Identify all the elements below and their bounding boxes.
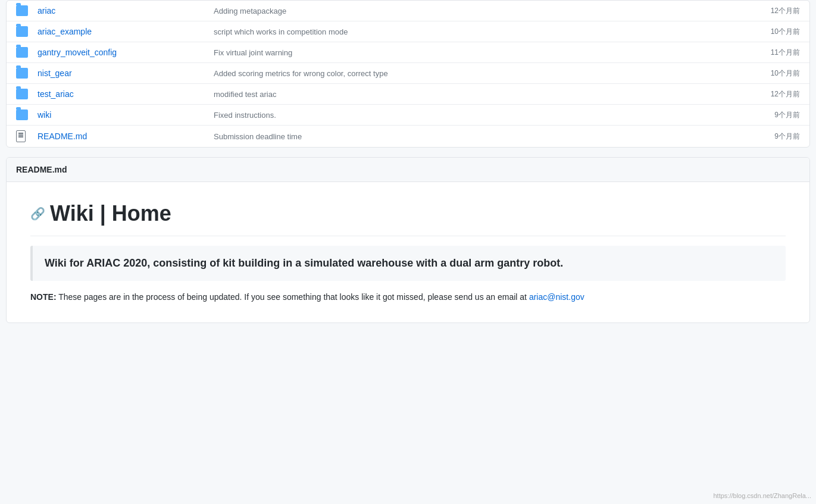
file-commit-ariac_example: script which works in competition mode [204,27,729,36]
folder-icon [16,89,37,99]
folder-shape [16,109,28,120]
folder-icon [16,68,37,79]
file-commit-nist_gear: Added scoring metrics for wrong color, c… [204,69,729,78]
readme-header: README.md [7,158,809,182]
readme-description: Wiki for ARIAC 2020, consisting of kit b… [30,246,786,281]
file-name-wiki[interactable]: wiki [37,110,204,120]
note-text: These pages are in the process of being … [57,292,529,302]
file-time-README.md: 9个月前 [729,132,800,142]
file-row: README.mdSubmission deadline time9个月前 [7,126,809,147]
file-commit-ariac: Adding metapackage [204,7,729,15]
folder-shape [16,89,28,99]
folder-shape [16,26,28,37]
readme-title: Wiki | Home [50,201,171,226]
folder-icon [16,26,37,37]
file-name-nist_gear[interactable]: nist_gear [37,68,204,78]
file-commit-gantry_moveit_config: Fix virtual joint warning [204,48,729,57]
file-row: nist_gearAdded scoring metrics for wrong… [7,63,809,84]
file-icon [16,130,37,142]
file-name-README.md[interactable]: README.md [37,132,204,141]
file-commit-wiki: Fixed instructions. [204,111,729,120]
file-table: ariacAdding metapackage12个月前ariac_exampl… [6,0,810,148]
readme-title-row: 🔗 Wiki | Home [30,201,786,236]
email-link[interactable]: ariac@nist.gov [529,292,584,302]
file-row: ariacAdding metapackage12个月前 [7,1,809,21]
file-time-ariac_example: 10个月前 [729,27,800,37]
file-row: test_ariacmodified test ariac12个月前 [7,84,809,105]
file-time-nist_gear: 10个月前 [729,68,800,79]
link-icon: 🔗 [30,206,45,221]
file-row: gantry_moveit_configFix virtual joint wa… [7,42,809,63]
file-time-test_ariac: 12个月前 [729,89,800,99]
file-time-gantry_moveit_config: 11个月前 [729,48,800,58]
readme-section: README.md 🔗 Wiki | Home Wiki for ARIAC 2… [6,157,810,323]
folder-icon [16,47,37,58]
file-name-ariac[interactable]: ariac [37,6,204,15]
folder-shape [16,68,28,79]
file-shape [16,130,26,142]
folder-icon [16,5,37,16]
readme-note: NOTE: These pages are in the process of … [30,290,786,303]
folder-icon [16,109,37,120]
file-time-ariac: 12个月前 [729,6,800,16]
folder-shape [16,5,28,16]
readme-body: 🔗 Wiki | Home Wiki for ARIAC 2020, consi… [7,182,809,323]
file-commit-test_ariac: modified test ariac [204,90,729,99]
file-commit-README.md: Submission deadline time [204,132,729,141]
file-row: ariac_examplescript which works in compe… [7,21,809,42]
file-name-test_ariac[interactable]: test_ariac [37,89,204,99]
folder-shape [16,47,28,58]
file-time-wiki: 9个月前 [729,110,800,120]
file-name-gantry_moveit_config[interactable]: gantry_moveit_config [37,48,204,57]
note-bold: NOTE: [30,292,57,302]
file-name-ariac_example[interactable]: ariac_example [37,27,204,36]
file-row: wikiFixed instructions.9个月前 [7,105,809,126]
